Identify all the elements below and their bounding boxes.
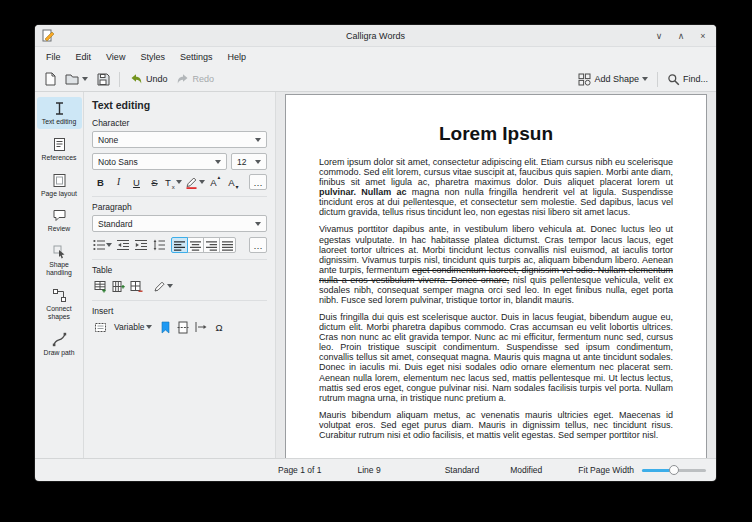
subsup-glyph: T: [165, 177, 171, 188]
character-more-options-button[interactable]: …: [249, 174, 267, 190]
strikethrough-button[interactable]: S: [146, 174, 163, 190]
table-section-label: Table: [92, 265, 267, 275]
insert-special-character-button[interactable]: Ω: [211, 319, 228, 335]
toolbar-separator: [657, 72, 658, 87]
align-right-button[interactable]: [203, 237, 220, 253]
italic-button[interactable]: I: [110, 174, 127, 190]
shrink-arrow-icon: ▾: [235, 183, 238, 190]
statusbar: Page 1 of 1 Line 9 Standard Modified Fit…: [35, 458, 716, 481]
zoom-slider-handle[interactable]: [669, 465, 679, 475]
app-window: Calligra Words ∨ ∧ × File Edit View Styl…: [35, 25, 716, 481]
app-icon: [42, 29, 55, 42]
decrease-indent-button[interactable]: [114, 237, 131, 253]
redo-button[interactable]: Redo: [173, 70, 218, 88]
table-border-pen-button[interactable]: [152, 278, 174, 294]
add-shape-caret-icon: [642, 77, 648, 81]
find-button[interactable]: Find...: [664, 71, 711, 88]
main-toolbar: Undo Redo Add Shape Find: [35, 67, 716, 92]
insert-text-frame-button[interactable]: [92, 319, 109, 335]
dock-item-references[interactable]: References: [37, 133, 82, 165]
insert-page-break-button[interactable]: [175, 319, 192, 335]
menu-view[interactable]: View: [99, 49, 132, 65]
subsup-caret-icon: [176, 180, 182, 184]
insert-bookmark-button[interactable]: [157, 319, 174, 335]
paragraph-more-options-button[interactable]: …: [249, 237, 267, 253]
shrink-font-button[interactable]: A▾: [225, 174, 242, 190]
dock-item-connect-shapes[interactable]: Connect shapes: [37, 284, 82, 324]
document-page[interactable]: Lorem Ipsun Lorem ipsum dolor sit amet, …: [286, 95, 706, 458]
combo-caret-icon: [255, 160, 261, 164]
titlebar[interactable]: Calligra Words ∨ ∧ ×: [35, 25, 716, 47]
find-label: Find...: [683, 74, 708, 84]
menu-help[interactable]: Help: [220, 49, 253, 65]
insert-variable-button[interactable]: Variable: [110, 319, 156, 335]
maximize-button[interactable]: ∧: [675, 31, 687, 41]
underline-button[interactable]: U: [128, 174, 145, 190]
paragraph[interactable]: Duis fringilla dui quis est scelerisque …: [319, 312, 673, 403]
insert-tab-stop-button[interactable]: [193, 319, 210, 335]
bold-button[interactable]: B: [92, 174, 109, 190]
connect-shapes-icon: [52, 288, 67, 303]
character-section-label: Character: [92, 118, 267, 128]
line-spacing-button[interactable]: [150, 237, 167, 253]
table-delete-icon: [130, 280, 143, 293]
paragraph[interactable]: Vivamus porttitor dapibus ante, in vesti…: [319, 224, 673, 305]
delete-table-button[interactable]: [128, 278, 145, 294]
draw-path-icon: [52, 332, 67, 347]
document-heading[interactable]: Lorem Ipsun: [319, 123, 673, 145]
font-family-combobox[interactable]: Noto Sans: [92, 153, 227, 170]
insert-column-button[interactable]: [110, 278, 127, 294]
section-divider: [92, 259, 267, 260]
minimize-button[interactable]: ∨: [653, 31, 665, 41]
table-row: [92, 278, 267, 294]
add-shape-button[interactable]: Add Shape: [575, 71, 651, 88]
subscript-superscript-button[interactable]: Tx: [164, 174, 183, 190]
paragraph[interactable]: Lorem ipsum dolor sit amet, consectetur …: [319, 157, 673, 217]
menu-styles[interactable]: Styles: [133, 49, 172, 65]
text-run: Lorem ipsum dolor sit amet, consectetur …: [319, 157, 673, 187]
redo-icon: [176, 72, 190, 86]
paragraph[interactable]: Mauris bibendum aliquam metus, ac venena…: [319, 410, 673, 440]
text-editing-icon: [52, 101, 67, 116]
menu-file[interactable]: File: [39, 49, 68, 65]
close-button[interactable]: ×: [697, 31, 709, 41]
dock-item-draw-path[interactable]: Draw path: [37, 328, 82, 360]
dock-item-review[interactable]: Review: [37, 204, 82, 236]
alignment-group: [171, 237, 236, 253]
toolbar-separator: [119, 72, 120, 87]
menu-edit[interactable]: Edit: [69, 49, 99, 65]
section-divider: [92, 196, 267, 197]
line-spacing-icon: [153, 239, 165, 251]
align-center-button[interactable]: [187, 237, 204, 253]
character-style-combobox[interactable]: None: [92, 131, 267, 148]
align-justify-button[interactable]: [219, 237, 236, 253]
dock-item-page-layout[interactable]: Page layout: [37, 169, 82, 201]
undo-button[interactable]: Undo: [126, 70, 171, 88]
new-document-button[interactable]: [40, 70, 60, 88]
dock-item-shape-handling[interactable]: Shape handling: [37, 240, 82, 280]
dock-item-text-editing[interactable]: Text editing: [37, 97, 82, 129]
save-icon: [96, 72, 110, 86]
insert-row-button[interactable]: [92, 278, 109, 294]
modified-indicator: Modified: [510, 465, 542, 475]
document-body[interactable]: Lorem ipsum dolor sit amet, consectetur …: [319, 157, 673, 440]
increase-indent-button[interactable]: [132, 237, 149, 253]
document-view[interactable]: Lorem Ipsun Lorem ipsum dolor sit amet, …: [276, 92, 716, 458]
dock-item-label: Text editing: [42, 118, 76, 126]
open-folder-icon: [65, 72, 79, 86]
paragraph-style-combobox[interactable]: Standard: [92, 215, 267, 232]
style-indicator: Standard: [445, 465, 480, 475]
dock-item-label: References: [42, 154, 77, 162]
align-left-button[interactable]: [171, 237, 188, 253]
list-style-button[interactable]: [92, 237, 113, 253]
page-indicator: Page 1 of 1: [278, 465, 321, 475]
dock-item-label: Draw path: [44, 349, 75, 357]
font-size-combobox[interactable]: 12: [231, 153, 267, 170]
zoom-slider[interactable]: [642, 463, 706, 477]
zoom-mode-button[interactable]: Fit Page Width: [578, 465, 634, 475]
menu-settings[interactable]: Settings: [173, 49, 220, 65]
save-button[interactable]: [93, 70, 113, 88]
open-document-button[interactable]: [62, 70, 91, 88]
font-color-button[interactable]: [184, 174, 206, 190]
grow-font-button[interactable]: A▴: [207, 174, 224, 190]
